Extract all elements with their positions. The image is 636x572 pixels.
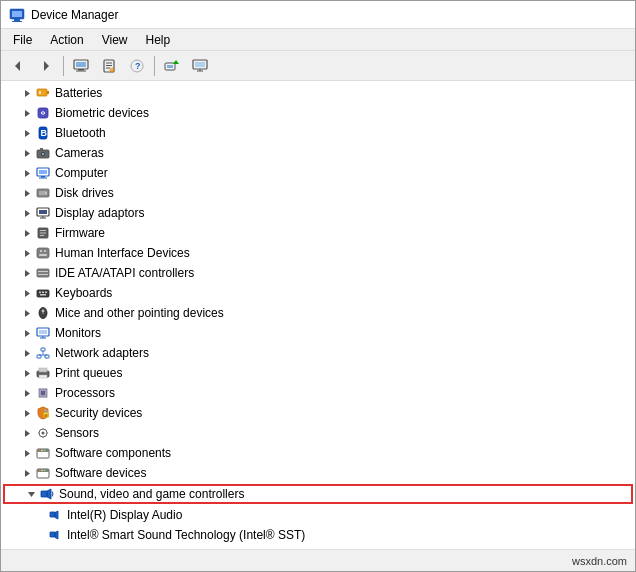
- bluetooth-icon: B: [35, 125, 51, 141]
- expand-btn-sound-intel-smart[interactable]: [37, 525, 47, 545]
- expand-btn-computer[interactable]: [19, 163, 35, 183]
- svg-marker-127: [55, 511, 58, 519]
- software-icon: [35, 445, 51, 461]
- expand-btn-batteries[interactable]: [19, 83, 35, 103]
- menu-file[interactable]: File: [5, 31, 40, 49]
- svg-point-116: [44, 450, 46, 452]
- tree-item-computer[interactable]: Computer: [1, 163, 635, 183]
- expand-btn-biometric[interactable]: [19, 103, 35, 123]
- expand-btn-cameras[interactable]: [19, 143, 35, 163]
- item-label-software-comp: Software components: [55, 446, 171, 460]
- tree-item-sound-intel-smart[interactable]: Intel® Smart Sound Technology (Intel® SS…: [1, 525, 635, 545]
- computer-button[interactable]: [68, 54, 94, 78]
- svg-marker-29: [25, 110, 30, 117]
- camera-icon: [35, 145, 51, 161]
- item-label-security: Security devices: [55, 406, 142, 420]
- device-tree[interactable]: BatteriesBiometric devicesBBluetoothCame…: [1, 81, 635, 549]
- expand-btn-print[interactable]: [19, 363, 35, 383]
- tree-item-keyboards[interactable]: Keyboards: [1, 283, 635, 303]
- tree-item-batteries[interactable]: Batteries: [1, 83, 635, 103]
- svg-marker-48: [25, 210, 30, 217]
- item-label-software-dev: Software devices: [55, 466, 146, 480]
- item-label-hid: Human Interface Devices: [55, 246, 190, 260]
- tree-item-sound-intel-display[interactable]: Intel(R) Display Audio: [1, 505, 635, 525]
- expand-btn-mice[interactable]: [19, 303, 35, 323]
- sensors-icon: [35, 425, 51, 441]
- svg-rect-55: [40, 230, 46, 231]
- svg-rect-3: [12, 21, 22, 22]
- tree-item-display[interactable]: Display adaptors: [1, 203, 635, 223]
- tree-item-software-dev[interactable]: Software devices: [1, 463, 635, 483]
- expand-btn-keyboards[interactable]: [19, 283, 35, 303]
- tree-item-processors[interactable]: Processors: [1, 383, 635, 403]
- item-label-cameras: Cameras: [55, 146, 104, 160]
- svg-marker-104: [25, 430, 30, 437]
- expand-btn-sound-intel-display[interactable]: [37, 505, 47, 525]
- expand-btn-disk[interactable]: [19, 183, 35, 203]
- svg-marker-73: [25, 310, 30, 317]
- tree-item-biometric[interactable]: Biometric devices: [1, 103, 635, 123]
- svg-marker-93: [25, 390, 30, 397]
- monitor-button[interactable]: [187, 54, 213, 78]
- tree-item-mice[interactable]: Mice and other pointing devices: [1, 303, 635, 323]
- svg-rect-42: [41, 176, 45, 178]
- status-text: wsxdn.com: [572, 555, 627, 567]
- menu-view[interactable]: View: [94, 31, 136, 49]
- tree-item-bluetooth[interactable]: BBluetooth: [1, 123, 635, 143]
- svg-rect-64: [37, 269, 49, 277]
- svg-marker-67: [25, 290, 30, 297]
- expand-btn-software-dev[interactable]: [19, 463, 35, 483]
- content-area: BatteriesBiometric devicesBBluetoothCame…: [1, 81, 635, 549]
- expand-btn-hid[interactable]: [19, 243, 35, 263]
- item-label-firmware: Firmware: [55, 226, 105, 240]
- expand-btn-bluetooth[interactable]: [19, 123, 35, 143]
- item-label-processors: Processors: [55, 386, 115, 400]
- expand-btn-network[interactable]: [19, 343, 35, 363]
- tree-item-firmware[interactable]: Firmware: [1, 223, 635, 243]
- expand-btn-ide[interactable]: [19, 263, 35, 283]
- tree-item-security[interactable]: 🔒Security devices: [1, 403, 635, 423]
- expand-btn-processors[interactable]: [19, 383, 35, 403]
- svg-rect-2: [14, 19, 20, 21]
- expand-btn-sensors[interactable]: [19, 423, 35, 443]
- tree-item-print[interactable]: Print queues: [1, 363, 635, 383]
- sound-child-icon: [47, 527, 63, 543]
- svg-rect-56: [40, 233, 46, 234]
- battery-icon: [35, 85, 51, 101]
- ide-icon: [35, 265, 51, 281]
- network-icon: [35, 345, 51, 361]
- svg-text:B: B: [41, 128, 48, 138]
- firmware-icon: [35, 225, 51, 241]
- tree-item-monitors[interactable]: Monitors: [1, 323, 635, 343]
- expand-btn-display[interactable]: [19, 203, 35, 223]
- tree-item-disk[interactable]: Disk drives: [1, 183, 635, 203]
- svg-point-106: [42, 432, 45, 435]
- tree-item-cameras[interactable]: Cameras: [1, 143, 635, 163]
- svg-marker-31: [25, 130, 30, 137]
- expand-btn-security[interactable]: [19, 403, 35, 423]
- properties-button[interactable]: !: [96, 54, 122, 78]
- svg-rect-79: [39, 330, 47, 334]
- tree-item-sound[interactable]: Sound, video and game controllers: [3, 484, 633, 504]
- tree-item-ide[interactable]: IDE ATA/ATAPI controllers: [1, 263, 635, 283]
- forward-button[interactable]: [33, 54, 59, 78]
- svg-rect-92: [39, 375, 47, 378]
- expand-btn-sound[interactable]: [23, 484, 39, 504]
- menu-help[interactable]: Help: [138, 31, 179, 49]
- tree-item-hid[interactable]: Human Interface Devices: [1, 243, 635, 263]
- expand-btn-monitors[interactable]: [19, 323, 35, 343]
- expand-btn-software-comp[interactable]: [19, 443, 35, 463]
- help-button[interactable]: ?: [124, 54, 150, 78]
- tree-item-network[interactable]: Network adapters: [1, 343, 635, 363]
- svg-rect-66: [38, 274, 48, 275]
- tree-item-sensors[interactable]: Sensors: [1, 423, 635, 443]
- update-driver-button[interactable]: [159, 54, 185, 78]
- svg-marker-102: [25, 410, 30, 417]
- svg-marker-4: [15, 61, 20, 71]
- expand-btn-firmware[interactable]: [19, 223, 35, 243]
- menu-action[interactable]: Action: [42, 31, 91, 49]
- tree-item-software-comp[interactable]: Software components: [1, 443, 635, 463]
- back-button[interactable]: [5, 54, 31, 78]
- svg-point-114: [39, 450, 41, 452]
- svg-marker-63: [25, 270, 30, 277]
